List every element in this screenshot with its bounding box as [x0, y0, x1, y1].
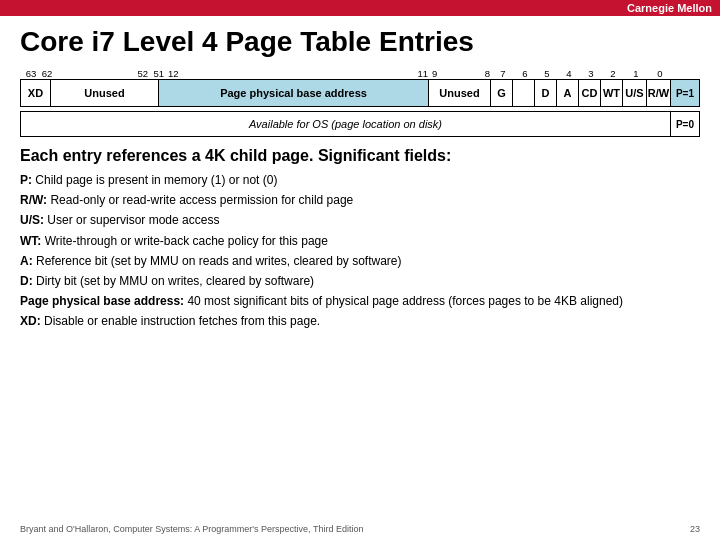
- field-key: P:: [20, 173, 32, 187]
- list-item: Page physical base address: 40 most sign…: [20, 292, 700, 311]
- cell-empty1: [513, 80, 535, 106]
- cell-d: D: [535, 80, 557, 106]
- section-title: Each entry references a 4K child page. S…: [20, 147, 700, 165]
- top-bar: Carnegie Mellon: [0, 0, 720, 16]
- list-item: WT: Write-through or write-back cache po…: [20, 232, 700, 251]
- bit-label-3: 3: [580, 68, 602, 79]
- field-text: Write-through or write-back cache policy…: [41, 234, 328, 248]
- field-text: Dirty bit (set by MMU on writes, cleared…: [33, 274, 314, 288]
- field-text: Read-only or read-write access permissio…: [47, 193, 353, 207]
- bit-label-5: 5: [536, 68, 558, 79]
- field-key: Page physical base address:: [20, 294, 184, 308]
- field-text: User or supervisor mode access: [44, 213, 219, 227]
- list-item: R/W: Read-only or read-write access perm…: [20, 191, 700, 210]
- avail-row: Available for OS (page location on disk)…: [20, 111, 700, 137]
- bit-label-2: 2: [602, 68, 624, 79]
- cell-rw: R/W: [647, 80, 671, 106]
- bit-label-7: 7: [492, 68, 514, 79]
- field-text: 40 most significant bits of physical pag…: [184, 294, 623, 308]
- footer-left: Bryant and O'Hallaron, Computer Systems:…: [20, 524, 363, 534]
- list-item: XD: Disable or enable instruction fetche…: [20, 312, 700, 331]
- page-title: Core i7 Level 4 Page Table Entries: [20, 26, 700, 58]
- cell-wt: WT: [601, 80, 623, 106]
- field-text: Disable or enable instruction fetches fr…: [41, 314, 320, 328]
- footer-right: 23: [690, 524, 700, 534]
- list-item: P: Child page is present in memory (1) o…: [20, 171, 700, 190]
- cell-unused1: Unused: [51, 80, 159, 106]
- avail-main-text: Available for OS (page location on disk): [21, 112, 671, 136]
- bit-label-1: 1: [624, 68, 648, 79]
- fields-list: P: Child page is present in memory (1) o…: [20, 171, 700, 332]
- field-key: XD:: [20, 314, 41, 328]
- cell-a: A: [557, 80, 579, 106]
- bit-label-0: 0: [648, 68, 672, 79]
- field-key: U/S:: [20, 213, 44, 227]
- cell-p1: P=1: [671, 80, 699, 106]
- bit-label-63-62: 63 62: [20, 68, 58, 79]
- bit-label-4: 4: [558, 68, 580, 79]
- field-text: Child page is present in memory (1) or n…: [32, 173, 277, 187]
- cell-cd: CD: [579, 80, 601, 106]
- list-item: D: Dirty bit (set by MMU on writes, clea…: [20, 272, 700, 291]
- cell-ppba: Page physical base address: [159, 80, 429, 106]
- bit-label-52-51: 52 51: [58, 68, 166, 79]
- page-table-entry-row: XD Unused Page physical base address Unu…: [20, 79, 700, 107]
- field-key: WT:: [20, 234, 41, 248]
- bit-label-9-8: 98: [430, 68, 492, 79]
- list-item: U/S: User or supervisor mode access: [20, 211, 700, 230]
- bit-labels-row: 63 62 52 51 1211 98 7 6 5 4 3 2 1 0: [20, 68, 700, 79]
- avail-p0: P=0: [671, 112, 699, 136]
- list-item: A: Reference bit (set by MMU on reads an…: [20, 252, 700, 271]
- cell-xd: XD: [21, 80, 51, 106]
- bit-label-end: [672, 68, 700, 79]
- bit-label-6: 6: [514, 68, 536, 79]
- brand-name: Carnegie Mellon: [627, 2, 712, 14]
- field-key: R/W:: [20, 193, 47, 207]
- bit-label-12-11: 1211: [166, 68, 430, 79]
- field-text: Reference bit (set by MMU on reads and w…: [33, 254, 402, 268]
- cell-us: U/S: [623, 80, 647, 106]
- cell-g: G: [491, 80, 513, 106]
- field-key: A:: [20, 254, 33, 268]
- field-key: D:: [20, 274, 33, 288]
- footer: Bryant and O'Hallaron, Computer Systems:…: [20, 524, 700, 534]
- cell-unused2: Unused: [429, 80, 491, 106]
